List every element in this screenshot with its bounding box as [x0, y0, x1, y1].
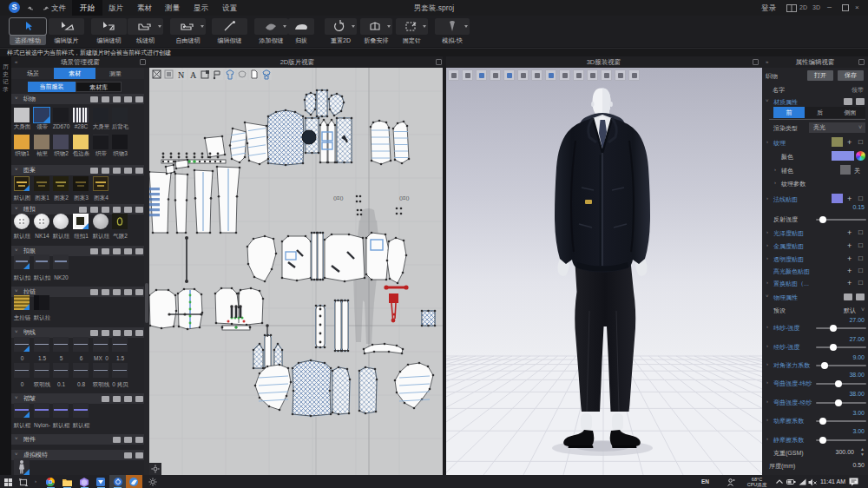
svg-text:A: A — [190, 70, 197, 80]
svg-text:()≡(): ()≡() — [399, 195, 410, 201]
svg-text:()≡(): ()≡() — [333, 195, 344, 201]
svg-text:N: N — [178, 70, 184, 80]
